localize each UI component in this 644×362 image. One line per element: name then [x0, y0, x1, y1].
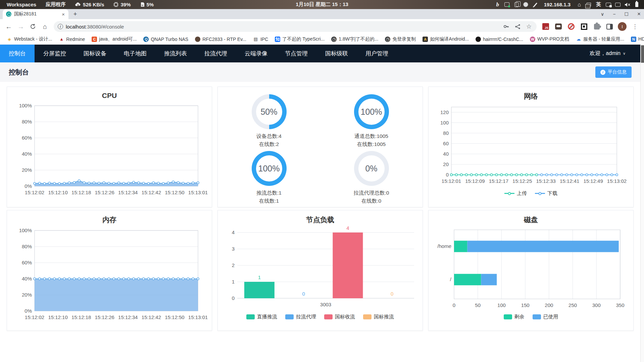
cpu-usage-indicator[interactable]: 39%	[110, 0, 134, 9]
clipboard-tray-icon[interactable]	[512, 0, 521, 9]
nav-tab-6[interactable]: 云端录像	[236, 45, 276, 62]
new-tab-button[interactable]: +	[70, 9, 80, 19]
browser-menu-button[interactable]: ⋮	[629, 21, 641, 32]
nav-tab-8[interactable]: 国标级联	[316, 45, 357, 62]
bookmark-label: HDAtmos :: 种子 *...	[638, 36, 644, 42]
nav-tab-1[interactable]: 分屏监控	[35, 45, 75, 62]
platform-info-button[interactable]: i 平台信息	[595, 66, 632, 78]
bookmark-item[interactable]: ◷1.8W字|了不起的...	[329, 35, 381, 43]
svg-text:15:12:25: 15:12:25	[512, 178, 532, 184]
network-speed-indicator[interactable]: 526 KB/s	[72, 0, 107, 9]
window-maximize-button[interactable]: ☐	[625, 11, 629, 17]
cpu-usage-value: 39%	[120, 2, 131, 7]
nav-tab-4[interactable]: 推流列表	[155, 45, 196, 62]
svg-text:0: 0	[391, 291, 393, 297]
window-close-button[interactable]: ×	[637, 11, 641, 17]
user-menu[interactable]: 欢迎，admin ∨	[590, 50, 640, 57]
bookmark-item[interactable]: A如何编译Android...	[420, 35, 472, 43]
legend-item-used[interactable]: 已使用	[533, 314, 558, 320]
bookmark-item[interactable]: ☁服务器 - 轻量应用...	[573, 35, 627, 43]
svg-text:4: 4	[232, 229, 235, 235]
workspaces-button[interactable]: Workspaces	[3, 0, 40, 9]
keyboard-tray-icon[interactable]	[604, 0, 612, 9]
home-button[interactable]: ⌂	[40, 21, 50, 32]
legend-item-download[interactable]: 下载	[535, 190, 557, 197]
address-bar[interactable]: i localhost:38080/#/console ☆	[54, 21, 537, 32]
svg-text:15:12:33: 15:12:33	[536, 178, 556, 184]
window-minimize-button[interactable]: −	[613, 11, 615, 17]
extension-js-icon[interactable]: JS	[540, 21, 551, 32]
bookmarks-bar: ◈Webstack - 设计...▲RedmineCjava、android可.…	[0, 34, 644, 45]
scrollbar-thumb[interactable]	[641, 45, 644, 63]
nav-tab-2[interactable]: 国标设备	[75, 45, 115, 62]
nav-tab-9[interactable]: 用户管理	[357, 45, 397, 62]
password-key-icon[interactable]	[502, 22, 510, 31]
volume-muted-tray-icon[interactable]	[623, 0, 631, 9]
network-chart: 02040608010012015:12:0115:12:0915:12:171…	[433, 103, 630, 188]
nav-tab-0[interactable]: 控制台	[0, 45, 35, 62]
nav-tab-5[interactable]: 拉流代理	[196, 45, 236, 62]
tab-close-icon[interactable]: ×	[61, 11, 66, 17]
display-tray-icon[interactable]	[614, 0, 622, 9]
ime-indicator[interactable]: 英	[594, 0, 603, 9]
legend-item-gb-receive[interactable]: 国标收流	[324, 314, 355, 320]
memory-usage-indicator[interactable]: 5%	[137, 0, 157, 9]
nav-tab-7[interactable]: 节点管理	[276, 45, 316, 62]
reload-button[interactable]	[28, 21, 38, 32]
profile-avatar[interactable]: I	[616, 21, 628, 32]
screenshot-tray-icon[interactable]	[503, 0, 511, 9]
svg-text:/: /	[450, 276, 452, 282]
bing-tray-icon[interactable]: b	[494, 0, 502, 9]
net-speed-value: 526 KB/s	[83, 2, 104, 7]
bookmark-label: WVP-PRO文档	[537, 36, 569, 42]
bookmark-item[interactable]: Cjava、android可...	[89, 35, 139, 43]
tab-search-chevron-icon[interactable]: ∨	[601, 11, 604, 17]
proxy-gauge: 0% 拉流代理总数:0在线数:0	[320, 148, 423, 205]
bookmark-star-icon[interactable]: ☆	[525, 22, 533, 31]
home-tray-icon[interactable]: ⌂	[575, 0, 583, 9]
bookmark-item[interactable]: 知了不起的 TypeScri...	[272, 35, 327, 43]
share-icon[interactable]	[513, 22, 522, 31]
bookmark-item[interactable]: ▤IPC	[250, 36, 271, 43]
gb-push-swatch-icon	[363, 314, 371, 319]
bookmark-item[interactable]: hairrrrr/C-CrashC...	[473, 36, 526, 43]
legend-item-gb-push[interactable]: 国标推流	[363, 314, 394, 320]
bookmark-label: QNAP Turbo NAS	[151, 37, 188, 42]
url-text[interactable]: localhost:38080/#/console	[66, 24, 499, 30]
legend-item-pull-proxy[interactable]: 拉流代理	[285, 314, 316, 320]
svg-text:15:12:18: 15:12:18	[71, 190, 91, 195]
legend-item-upload[interactable]: 上传	[504, 190, 527, 197]
bookmark-item[interactable]: RFC2833 - RTP Ev...	[192, 36, 249, 43]
battery-tray-icon[interactable]	[633, 0, 641, 9]
legend-item-live-push[interactable]: 直播推流	[246, 314, 277, 320]
device-total-label: 设备总数:4	[256, 132, 282, 140]
windows-tray-icon[interactable]	[585, 0, 593, 9]
extension-blocker-icon[interactable]	[565, 21, 577, 32]
forward-button[interactable]: →	[15, 21, 26, 32]
ip-address-indicator[interactable]: 192.168.1.3	[541, 0, 574, 9]
svg-text:40: 40	[443, 151, 449, 157]
bookmark-item[interactable]: QQNAP Turbo NAS	[141, 36, 191, 43]
svg-text:15:12:02: 15:12:02	[25, 314, 44, 320]
browser-tab[interactable]: 国标28181 ×	[3, 9, 68, 19]
channel-gauge: 100% 通道总数:1005在线数:1005	[320, 92, 423, 148]
svg-text:80: 80	[443, 130, 449, 136]
extensions-puzzle-icon[interactable]	[591, 21, 602, 32]
bookmark-item[interactable]: ◈Webstack - 设计...	[4, 35, 55, 43]
page-scrollbar[interactable]	[640, 45, 644, 362]
pen-tray-icon[interactable]	[531, 0, 539, 9]
extension-mask-icon[interactable]	[553, 21, 564, 32]
applications-menu[interactable]: 应用程序	[42, 0, 69, 9]
site-info-icon[interactable]: i	[58, 24, 63, 29]
recorder-tray-icon[interactable]	[522, 0, 530, 9]
side-panel-icon[interactable]	[604, 21, 615, 32]
extension-screenreader-icon[interactable]	[578, 21, 590, 32]
bookmark-item[interactable]: WWVP-PRO文档	[527, 35, 572, 43]
nav-tab-3[interactable]: 电子地图	[115, 45, 155, 62]
bookmark-item[interactable]: NHDAtmos :: 种子 *...	[628, 35, 644, 43]
bookmark-item[interactable]: ◷免登录复制	[382, 35, 418, 43]
legend-item-free[interactable]: 剩余	[504, 314, 525, 320]
back-button[interactable]: ←	[3, 21, 14, 32]
clock-menu[interactable]: 1月10日 星期二 15：13	[296, 1, 348, 8]
bookmark-item[interactable]: ▲Redmine	[56, 36, 88, 43]
